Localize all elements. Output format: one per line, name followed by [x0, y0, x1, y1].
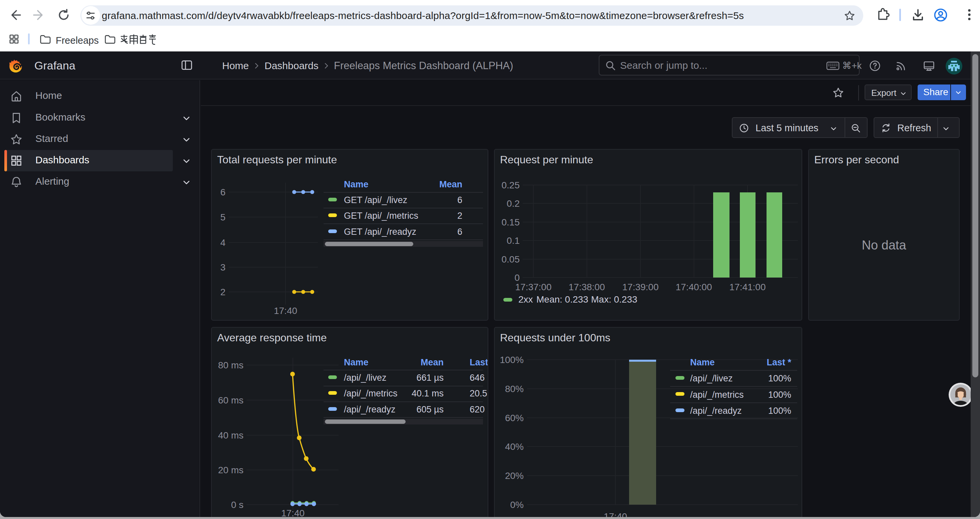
svg-text:17:40: 17:40 [274, 306, 297, 316]
svg-text:0.1: 0.1 [507, 235, 520, 246]
svg-text:60 ms: 60 ms [218, 395, 243, 406]
svg-text:Mean: 0.233: Mean: 0.233 [536, 294, 589, 305]
svg-text:/api/_/livez: /api/_/livez [344, 373, 387, 383]
svg-text:17:39:00: 17:39:00 [622, 282, 659, 292]
svg-text:40.1 ms: 40.1 ms [412, 388, 444, 398]
svg-text:4: 4 [220, 238, 226, 248]
svg-text:3: 3 [220, 262, 226, 273]
svg-text:6: 6 [220, 187, 226, 197]
svg-text:Max: 0.233: Max: 0.233 [591, 294, 638, 305]
svg-text:17:41:00: 17:41:00 [730, 282, 766, 292]
svg-text:17:40: 17:40 [604, 511, 627, 517]
svg-text:GET /api/_/readyz: GET /api/_/readyz [344, 227, 416, 237]
svg-text:Name: Name [690, 357, 715, 367]
svg-text:/api/_/metrics: /api/_/metrics [690, 390, 744, 400]
svg-text:0: 0 [514, 273, 520, 283]
svg-text:20%: 20% [505, 471, 524, 481]
svg-text:GET /api/_/livez: GET /api/_/livez [344, 195, 407, 205]
svg-text:80 ms: 80 ms [218, 360, 243, 370]
svg-text:100%: 100% [768, 390, 791, 400]
svg-text:6: 6 [457, 195, 462, 205]
svg-text:Last *: Last * [767, 357, 791, 367]
svg-text:20 ms: 20 ms [218, 465, 243, 475]
svg-text:Mean: Mean [439, 179, 462, 189]
svg-text:0.05: 0.05 [502, 254, 520, 265]
svg-text:605 µs: 605 µs [416, 404, 444, 414]
svg-text:60%: 60% [505, 413, 524, 423]
svg-text:0.25: 0.25 [502, 180, 520, 190]
svg-text:2: 2 [220, 287, 226, 297]
svg-text:17:40: 17:40 [281, 508, 305, 517]
svg-text:/api/_/livez: /api/_/livez [690, 374, 733, 383]
svg-text:17:40:00: 17:40:00 [676, 282, 712, 292]
svg-text:/api/_/readyz: /api/_/readyz [344, 404, 396, 414]
svg-text:661 µs: 661 µs [416, 373, 444, 383]
svg-text:0.15: 0.15 [502, 217, 520, 227]
svg-text:100%: 100% [768, 406, 791, 416]
svg-text:100%: 100% [500, 355, 524, 365]
svg-text:/api/_/metrics: /api/_/metrics [344, 388, 398, 398]
svg-text:0.2: 0.2 [507, 198, 520, 209]
svg-text:17:38:00: 17:38:00 [569, 282, 605, 292]
svg-text:2: 2 [457, 211, 462, 221]
svg-text:646: 646 [470, 373, 485, 383]
svg-text:Mean: Mean [421, 357, 444, 367]
svg-text:5: 5 [220, 212, 226, 222]
svg-text:20.5 m: 20.5 m [470, 388, 488, 398]
svg-text:Last *: Last * [470, 357, 488, 367]
svg-text:Name: Name [344, 357, 369, 367]
svg-text:620: 620 [470, 404, 485, 414]
svg-text:100%: 100% [768, 374, 791, 383]
svg-text:0%: 0% [510, 500, 524, 510]
svg-text:40 ms: 40 ms [218, 430, 243, 441]
svg-text:2xx: 2xx [519, 294, 533, 305]
svg-text:6: 6 [457, 227, 462, 237]
svg-text:17:37:00: 17:37:00 [515, 282, 552, 292]
svg-text:GET /api/_/metrics: GET /api/_/metrics [344, 211, 418, 221]
svg-text:Name: Name [344, 179, 369, 189]
svg-text:/api/_/readyz: /api/_/readyz [690, 406, 742, 416]
svg-text:0 s: 0 s [231, 500, 243, 510]
svg-text:40%: 40% [505, 442, 524, 452]
svg-text:80%: 80% [505, 384, 524, 394]
